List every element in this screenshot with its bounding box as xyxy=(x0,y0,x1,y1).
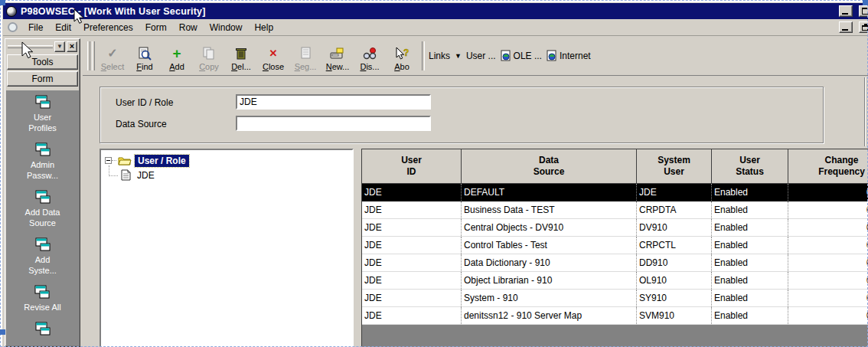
cell-change-frequency: 0 xyxy=(788,201,868,218)
mdi-child-icon xyxy=(8,22,18,32)
data-source-input[interactable] xyxy=(236,116,431,131)
child-minimize-button[interactable] xyxy=(839,21,853,33)
new-button[interactable]: New... xyxy=(321,38,354,74)
copy-button[interactable]: Copy xyxy=(193,38,225,74)
exit-item-admin-password[interactable]: Admin Passw... xyxy=(27,142,58,181)
link-internet[interactable]: Internet xyxy=(547,50,591,62)
menu-window[interactable]: Window xyxy=(204,20,249,35)
tree-connector xyxy=(112,160,116,161)
cell-system-user: SVM910 xyxy=(637,307,712,324)
exit-item-add-system[interactable]: Add Syste... xyxy=(28,237,57,276)
gripper-icon[interactable] xyxy=(92,41,95,70)
close-x-icon: ✕ xyxy=(269,45,278,61)
cell-change-frequency: 0 xyxy=(788,237,868,254)
internet-doc-icon xyxy=(547,50,557,62)
grid-header: UserID DataSource SystemUser UserStatus … xyxy=(362,149,868,184)
minimize-button[interactable] xyxy=(839,5,853,17)
display-button[interactable]: Dis... xyxy=(354,38,386,74)
cell-user-status: Enabled xyxy=(712,237,788,254)
cell-user-id: JDE xyxy=(362,290,462,306)
menu-bar: File Edit Preferences Form Row Window He… xyxy=(3,19,868,36)
exit-item-label: User Profiles xyxy=(28,112,57,133)
user-role-tree: User / Role JDE xyxy=(100,149,354,347)
cell-user-id: JDE xyxy=(362,237,462,254)
display-label: Dis... xyxy=(360,62,379,71)
add-button[interactable]: + Add xyxy=(161,38,193,74)
tree-node-user-role[interactable]: User / Role xyxy=(105,153,352,168)
maximize-icon xyxy=(862,8,868,15)
exit-bar-dropdown-button[interactable]: ▼ xyxy=(54,41,65,52)
gripper-icon[interactable] xyxy=(87,41,90,70)
selection-handle xyxy=(0,0,5,5)
seg-label: Seg... xyxy=(295,62,317,71)
forms-icon xyxy=(34,142,52,157)
exit-item-add-data-source[interactable]: Add Data Source xyxy=(25,190,60,228)
select-button[interactable]: ✓ Select xyxy=(96,38,129,74)
window-title: P98OWSEC - [Work With User Security] xyxy=(21,6,206,17)
menu-form[interactable]: Form xyxy=(139,20,173,35)
cell-system-user: CRPDTA xyxy=(637,201,712,218)
tree-root-label[interactable]: User / Role xyxy=(135,155,189,167)
new-label: New... xyxy=(326,62,350,71)
chevron-down-icon: ▼ xyxy=(57,43,63,50)
cell-data-source: Object Librarian - 910 xyxy=(462,272,637,289)
tab-form[interactable]: Form xyxy=(7,71,78,87)
menu-row[interactable]: Row xyxy=(173,20,204,35)
menu-file[interactable]: File xyxy=(22,20,49,35)
find-button[interactable]: Find xyxy=(129,38,161,74)
link-ole[interactable]: OLE ... xyxy=(501,50,542,62)
link-user[interactable]: User ... xyxy=(466,51,496,61)
column-header-user-id[interactable]: UserID xyxy=(362,149,462,183)
about-label: Abo xyxy=(394,62,410,71)
cell-data-source: Central Objects - DV910 xyxy=(462,219,637,236)
table-row[interactable]: JDE Object Librarian - 910 OL910 Enabled… xyxy=(362,272,868,290)
table-row[interactable]: JDE System - 910 SY910 Enabled 0 xyxy=(362,290,868,307)
tree-collapse-icon[interactable] xyxy=(105,157,112,164)
maximize-button[interactable] xyxy=(859,5,868,17)
seg-button[interactable]: Seg... xyxy=(289,38,321,74)
cell-change-frequency: 0 xyxy=(788,219,868,236)
table-row[interactable]: JDE DEFAULT JDE Enabled 0 xyxy=(362,184,868,201)
cell-data-source: System - 910 xyxy=(462,290,637,306)
about-button[interactable]: ? Abo xyxy=(386,38,418,74)
ole-doc-icon xyxy=(501,50,511,62)
table-row[interactable]: JDE Central Objects - DV910 DV910 Enable… xyxy=(362,219,868,237)
link-ole-label: OLE ... xyxy=(514,51,542,61)
close-icon: × xyxy=(70,41,74,51)
menu-preferences[interactable]: Preferences xyxy=(77,20,139,35)
exit-panel: User Profiles Admin Passw... Add Data So… xyxy=(6,90,79,345)
cell-user-status: Enabled xyxy=(712,184,788,201)
user-id-role-label: User ID / Role xyxy=(116,97,173,108)
cell-system-user: DV910 xyxy=(637,219,712,236)
cell-change-frequency: 0 xyxy=(788,184,868,201)
close-button[interactable]: ✕ Close xyxy=(257,38,289,74)
tab-tools[interactable]: Tools xyxy=(7,54,78,70)
user-id-role-input[interactable] xyxy=(236,94,431,110)
table-row[interactable]: JDE denitssn12 - 910 Server Map SVM910 E… xyxy=(362,307,868,325)
cell-user-status: Enabled xyxy=(712,272,788,289)
table-row[interactable]: JDE Business Data - TEST CRPDTA Enabled … xyxy=(362,201,868,219)
delete-button[interactable]: Del... xyxy=(225,38,257,74)
menu-help[interactable]: Help xyxy=(248,20,279,35)
forms-icon xyxy=(33,285,51,300)
forms-icon xyxy=(34,237,52,252)
table-row[interactable]: JDE Control Tables - Test CRPCTL Enabled… xyxy=(362,237,868,254)
exit-item-label: Admin Passw... xyxy=(27,159,58,181)
chevron-down-icon[interactable]: ▼ xyxy=(455,52,462,60)
child-restore-button[interactable] xyxy=(859,21,868,33)
exit-item-partial[interactable] xyxy=(34,322,52,336)
column-header-system-user[interactable]: SystemUser xyxy=(637,149,712,183)
cell-user-status: Enabled xyxy=(712,201,788,218)
exit-item-revise-all[interactable]: Revise All xyxy=(24,285,60,313)
exit-item-user-profiles[interactable]: User Profiles xyxy=(28,95,57,133)
tree-node-jde[interactable]: JDE xyxy=(109,168,352,182)
column-header-data-source[interactable]: DataSource xyxy=(462,149,637,183)
cell-user-status: Enabled xyxy=(712,307,788,324)
cell-user-id: JDE xyxy=(362,201,462,218)
column-header-user-status[interactable]: UserStatus xyxy=(712,149,788,183)
table-row[interactable]: JDE Data Dictionary - 910 DD910 Enabled … xyxy=(362,254,868,272)
application-window: P98OWSEC - [Work With User Security] Fil… xyxy=(2,2,868,347)
trash-icon xyxy=(235,45,247,61)
column-header-change-frequency[interactable]: ChangeFrequency xyxy=(788,149,868,183)
exit-bar-close-button[interactable]: × xyxy=(67,41,77,52)
